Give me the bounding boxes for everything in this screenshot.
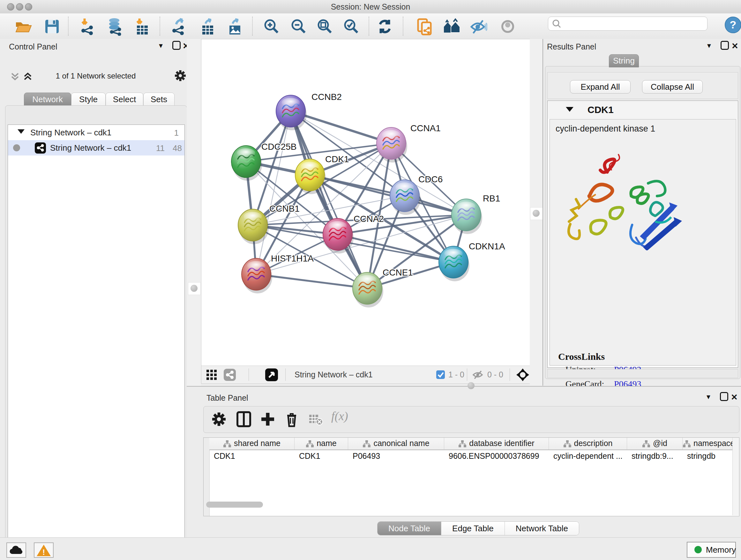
network-options-gear-icon[interactable] <box>174 69 187 84</box>
warning-status-button[interactable]: ! <box>34 543 54 558</box>
gene-section-header[interactable]: CDK1 <box>548 101 737 119</box>
tab-style[interactable]: Style <box>71 92 106 106</box>
maximize-panel-icon[interactable] <box>172 41 181 50</box>
export-table-icon[interactable] <box>199 17 217 36</box>
search-input[interactable] <box>563 18 702 29</box>
import-network-icon[interactable] <box>79 17 97 36</box>
string-home-icon[interactable] <box>443 17 461 36</box>
column-header-label: namespace <box>693 439 732 448</box>
maximize-panel-icon[interactable] <box>721 41 729 50</box>
table-cell[interactable]: CDK1 <box>209 450 294 462</box>
zoom-fit-icon[interactable] <box>316 17 334 36</box>
float-panel-icon[interactable]: ▼ <box>705 393 712 401</box>
network-row-selected[interactable]: String Network – cdk1 11 48 <box>8 140 185 155</box>
column-header-name[interactable]: name <box>294 438 348 449</box>
tab-string[interactable]: String <box>609 54 639 67</box>
memory-button[interactable]: Memory <box>687 542 736 558</box>
selected-checkbox-icon[interactable] <box>436 370 445 380</box>
column-header-database-identifier[interactable]: database identifier <box>444 438 549 449</box>
results-scrollbar-track[interactable] <box>547 369 738 378</box>
table-cell[interactable]: P06493 <box>348 450 444 462</box>
network-collection-row[interactable]: String Network – cdk1 1 <box>8 125 185 140</box>
tab-network-table[interactable]: Network Table <box>505 522 579 535</box>
node-label-CDK1: CDK1 <box>325 154 349 164</box>
column-header--id[interactable]: @id <box>627 438 683 449</box>
close-panel-icon[interactable]: ✕ <box>731 392 738 402</box>
grid-view-icon[interactable] <box>206 369 217 381</box>
network-graph[interactable]: CCNB2CCNA1CDC25BCDK1CDC6RB1CCNB1CCNA2CDK… <box>201 39 530 366</box>
column-header-description[interactable]: description <box>549 438 627 449</box>
column-type-icon <box>563 440 571 448</box>
results-button-row: Expand All Collapse All <box>547 72 738 99</box>
table-cell[interactable]: 9606.ENSP00000378699 <box>444 450 549 462</box>
table-options-gear-icon[interactable] <box>211 411 227 428</box>
splitter-handle-icon[interactable] <box>468 382 475 390</box>
table-cell[interactable]: CDK1 <box>294 450 348 462</box>
hidden-eye-icon <box>472 370 483 381</box>
fit-content-crosshair-icon[interactable] <box>516 368 529 383</box>
tab-network[interactable]: Network <box>24 92 71 106</box>
table-type-tabs: Node Table Edge Table Network Table <box>377 521 579 536</box>
node-label-CCNB1: CCNB1 <box>269 204 300 213</box>
svg-text:?: ? <box>730 18 737 30</box>
horizontal-scrollbar-thumb[interactable] <box>206 502 263 508</box>
node-table[interactable]: shared namenamecanonical namedatabase id… <box>203 437 739 516</box>
node-label-CCNA1: CCNA1 <box>410 123 441 133</box>
search-field[interactable] <box>548 17 708 30</box>
tab-sets[interactable]: Sets <box>143 92 175 106</box>
column-type-icon <box>683 440 691 448</box>
save-session-icon[interactable] <box>43 17 61 36</box>
table-row[interactable]: CDK1CDK1P064939606.ENSP00000378699cyclin… <box>209 450 732 462</box>
control-panel-title: Control Panel <box>9 42 57 51</box>
right-splitter[interactable] <box>530 39 542 386</box>
show-all-eye-icon[interactable] <box>498 17 517 36</box>
column-header-namespace[interactable]: namespace <box>683 438 732 449</box>
show-columns-icon[interactable] <box>235 411 252 428</box>
zoom-out-icon[interactable] <box>289 17 308 36</box>
title-bar: Session: New Session <box>0 0 741 14</box>
copy-share-icon[interactable] <box>415 17 434 36</box>
tab-select[interactable]: Select <box>106 92 143 106</box>
add-column-icon[interactable] <box>259 411 276 428</box>
open-session-icon[interactable] <box>14 17 32 36</box>
selected-node-edge-count: 1 - 0 <box>448 370 464 379</box>
column-header-canonical-name[interactable]: canonical name <box>348 438 444 449</box>
collection-expander-icon[interactable] <box>17 129 24 134</box>
birds-eye-view-icon[interactable] <box>265 368 278 382</box>
network-view-icon[interactable] <box>224 369 236 382</box>
splitter-handle-icon[interactable] <box>188 282 201 295</box>
import-table-icon[interactable] <box>133 17 151 36</box>
zoom-selected-icon[interactable] <box>342 17 360 36</box>
zoom-in-icon[interactable] <box>262 17 281 36</box>
hide-selected-eye-icon[interactable] <box>469 17 487 36</box>
vertical-scrollbar[interactable] <box>732 438 739 515</box>
refresh-icon[interactable] <box>376 17 394 36</box>
collapse-all-button[interactable]: Collapse All <box>642 80 703 94</box>
float-panel-icon[interactable]: ▼ <box>158 42 164 50</box>
table-header-row[interactable]: shared namenamecanonical namedatabase id… <box>209 438 732 450</box>
cloud-status-button[interactable] <box>6 543 26 558</box>
table-cell[interactable]: stringdb <box>683 450 732 462</box>
expand-all-button[interactable]: Expand All <box>570 80 630 94</box>
table-cell[interactable]: stringdb:9... <box>627 450 683 462</box>
help-icon[interactable]: ? <box>724 16 741 35</box>
expand-all-networks-icon[interactable] <box>22 71 33 83</box>
column-header-shared-name[interactable]: shared name <box>209 438 294 449</box>
collapse-all-networks-icon[interactable] <box>10 71 20 83</box>
close-panel-icon[interactable]: ✕ <box>731 41 738 51</box>
section-expander-icon[interactable] <box>566 107 574 112</box>
import-network-from-database-icon[interactable] <box>106 17 125 36</box>
export-image-icon[interactable] <box>226 17 244 36</box>
export-network-icon[interactable] <box>170 17 188 36</box>
maximize-panel-icon[interactable] <box>720 392 728 401</box>
tab-edge-table[interactable]: Edge Table <box>441 522 505 535</box>
splitter-handle-icon[interactable] <box>530 207 543 220</box>
tab-node-table[interactable]: Node Table <box>378 522 441 535</box>
string-network-icon <box>35 142 46 156</box>
network-canvas[interactable]: CCNB2CCNA1CDC25BCDK1CDC6RB1CCNB1CCNA2CDK… <box>201 39 530 366</box>
table-toolbar: f(x) <box>203 406 739 433</box>
table-cell[interactable]: cyclin-dependent ... <box>549 450 627 462</box>
delete-column-icon[interactable] <box>283 411 300 428</box>
float-panel-icon[interactable]: ▼ <box>706 42 712 50</box>
results-panel: Results Panel ▼ ✕ String Expand All Coll… <box>542 39 741 386</box>
